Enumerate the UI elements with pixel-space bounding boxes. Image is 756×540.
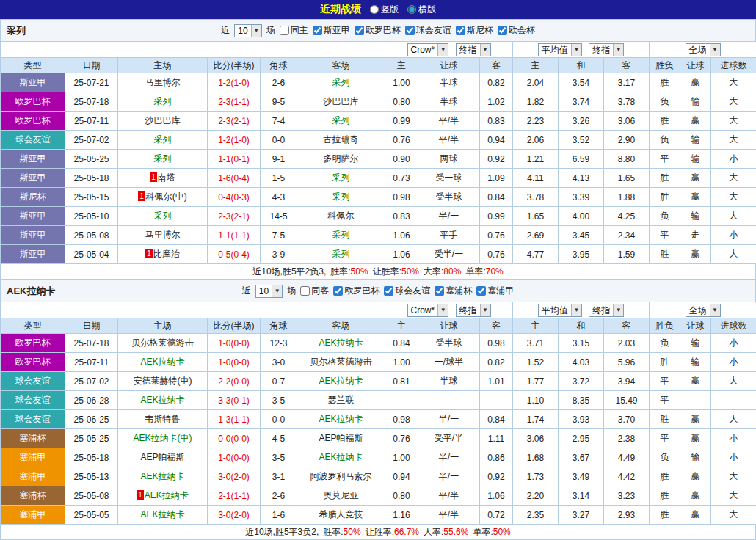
- result-goals: [711, 391, 756, 410]
- league-checkbox-input[interactable]: [333, 286, 343, 296]
- match-date: 25-05-18: [65, 448, 118, 467]
- league-badge: 塞浦甲: [1, 467, 65, 486]
- league-checkbox-input[interactable]: [384, 286, 393, 296]
- result-handicap: [680, 391, 711, 410]
- same-venue-checkbox-input[interactable]: [280, 26, 289, 35]
- column-header: 和: [559, 318, 604, 334]
- scope-select[interactable]: 全场▼: [686, 304, 721, 317]
- league-filter-checkbox[interactable]: 欧罗巴杯: [333, 285, 379, 297]
- handicap-line: 半球: [418, 92, 480, 112]
- league-filter-checkbox[interactable]: 斯尼杯: [456, 24, 493, 37]
- home-team-name: 比摩治: [153, 249, 180, 259]
- match-score: 1-1(1-1): [208, 226, 261, 245]
- odds-source-select[interactable]: Crow*▼: [407, 43, 449, 56]
- avg-away-odds: 4.49: [604, 448, 650, 467]
- chevron-down-icon: ▼: [272, 285, 282, 297]
- odds-source-select[interactable]: Crow*▼: [407, 304, 449, 317]
- same-venue-checkbox[interactable]: 同主: [280, 24, 308, 37]
- result-outcome: 负: [650, 131, 680, 150]
- away-team: 古拉瑞奇: [297, 131, 385, 150]
- league-filter-checkbox[interactable]: 塞浦杯: [435, 285, 472, 297]
- view-option-horizontal[interactable]: 横版: [407, 4, 436, 16]
- avg-away-odds: 3.06: [604, 112, 650, 131]
- away-team: AEK拉纳卡: [297, 334, 385, 353]
- away-team: AEP帕福斯: [297, 429, 385, 448]
- league-checkbox-input[interactable]: [476, 286, 486, 296]
- away-team: 采列: [297, 169, 385, 188]
- league-badge: 欧罗巴杯: [1, 112, 65, 131]
- matches-tbody: 斯亚甲25-07-21马里博尔1-2(1-0)2-6采列1.00半球0.822.…: [1, 73, 756, 264]
- league-filter-checkbox[interactable]: 球会友谊: [384, 285, 430, 297]
- league-badge: 斯亚甲: [1, 245, 65, 264]
- home-team-name: 沙巴巴库: [145, 115, 181, 125]
- odds-source-value: Crow*: [408, 44, 438, 56]
- handicap-line: 受半/一: [418, 245, 480, 264]
- league-checkbox-input[interactable]: [456, 26, 465, 35]
- match-count-select[interactable]: 10 ▼: [234, 24, 261, 37]
- chevron-down-icon: ▼: [251, 25, 261, 37]
- corner-score: 0-7: [261, 372, 297, 391]
- result-outcome: 平: [650, 372, 680, 391]
- league-filter-checkbox[interactable]: 欧会杯: [498, 24, 535, 37]
- away-team-name: 采列: [332, 172, 350, 183]
- league-badge: 斯亚甲: [1, 150, 65, 169]
- match-score: 0-0(0-0): [208, 429, 261, 448]
- handicap-away-odds: [480, 391, 513, 410]
- result-scope-header: 全场▼: [650, 42, 756, 58]
- handicap-home-odds: 0.99: [385, 112, 418, 131]
- league-checkbox-input[interactable]: [313, 26, 322, 35]
- league-filter-checkbox[interactable]: 塞浦甲: [476, 285, 514, 297]
- handicap-home-odds: 0.98: [385, 410, 418, 429]
- avg-away-odds: 3.70: [604, 410, 650, 429]
- league-filter-checkbox[interactable]: 斯亚甲: [313, 24, 350, 37]
- league-filter-checkbox[interactable]: 球会友谊: [405, 24, 451, 37]
- avg-draw-odds: 8.35: [559, 391, 604, 410]
- odds-stage-select[interactable]: 终指▼: [456, 43, 491, 56]
- away-team: AEK拉纳卡: [297, 448, 385, 467]
- handicap-line: 平/半: [418, 112, 480, 131]
- near-label: 近: [221, 24, 230, 37]
- match-date: 25-05-15: [65, 188, 118, 207]
- league-checkbox-input[interactable]: [405, 26, 415, 35]
- vertical-view-radio[interactable]: [370, 5, 379, 14]
- handicap-home-odds: 0.80: [385, 92, 418, 112]
- league-checkbox-input[interactable]: [498, 26, 507, 35]
- result-goals: 大: [711, 169, 756, 188]
- column-header: 主: [513, 58, 559, 73]
- avg-source-select[interactable]: 平均值▼: [538, 304, 582, 317]
- summary-stat: 单率:70%: [465, 266, 503, 278]
- league-checkbox-input[interactable]: [355, 26, 364, 35]
- rank-badge: 1: [145, 249, 153, 258]
- chevron-down-icon: ▼: [571, 304, 581, 316]
- handicap-home-odds: [385, 391, 418, 410]
- league-checkbox-input[interactable]: [435, 286, 444, 296]
- handicap-line: 半/一: [418, 467, 480, 486]
- avg-stage-select[interactable]: 终指▼: [589, 304, 624, 317]
- horizontal-view-radio[interactable]: [407, 5, 416, 14]
- league-filter-checkbox[interactable]: 欧罗巴杯: [355, 24, 401, 37]
- match-count-select[interactable]: 10 ▼: [255, 285, 283, 298]
- away-team-name: 采列: [332, 230, 350, 240]
- avg-draw-odds: 4.00: [559, 207, 604, 226]
- match-count-value: 10: [235, 25, 250, 37]
- view-option-vertical[interactable]: 竖版: [370, 4, 399, 16]
- result-goals: 小: [711, 448, 756, 467]
- same-venue-checkbox[interactable]: 同客: [300, 285, 329, 297]
- column-header: 主: [513, 318, 559, 334]
- match-date: 25-05-25: [65, 150, 118, 169]
- stat-label: 单率:: [473, 527, 493, 537]
- odds-stage-select[interactable]: 终指▼: [456, 304, 491, 317]
- corner-score: 14-5: [261, 207, 297, 226]
- stat-label: 让胜率:: [366, 527, 394, 537]
- handicap-home-odds: 0.73: [385, 169, 418, 188]
- avg-stage-select[interactable]: 终指▼: [589, 43, 624, 56]
- league-badge: 球会友谊: [1, 410, 65, 429]
- scope-select[interactable]: 全场▼: [686, 43, 721, 56]
- same-venue-checkbox-input[interactable]: [300, 286, 310, 296]
- column-header: 比分(半场): [208, 58, 261, 73]
- avg-source-select[interactable]: 平均值▼: [538, 43, 582, 56]
- handicap-line: 受平/半: [418, 429, 480, 448]
- corner-score: 1-6: [261, 506, 297, 525]
- match-score: 1-2(1-0): [208, 131, 261, 150]
- result-goals: 大: [711, 410, 756, 429]
